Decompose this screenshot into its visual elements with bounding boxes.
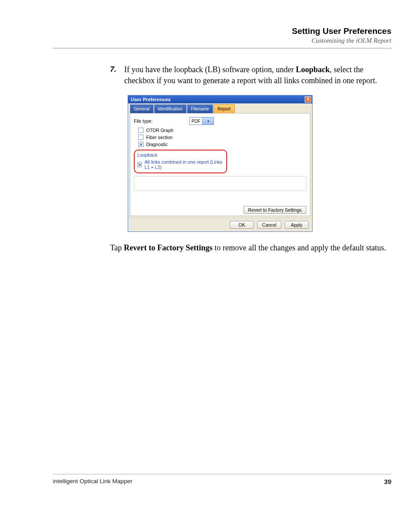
ok-button[interactable]: OK (230, 221, 254, 229)
checkbox-loopback-combined[interactable]: ✕ (137, 162, 142, 167)
revert-paragraph: Tap Revert to Factory Settings to remove… (110, 242, 391, 253)
step-number: 7. (110, 64, 116, 86)
tab-identification[interactable]: Identification (154, 104, 187, 113)
dialog-button-bar: OK Cancel Apply (128, 218, 312, 231)
dialog-title: User Preferences (131, 97, 171, 102)
checkbox-otdr-graph[interactable] (138, 128, 144, 133)
file-type-select[interactable]: PDF ▾ (189, 117, 214, 125)
dialog-titlebar: User Preferences X (128, 95, 312, 103)
file-type-label: File type: (134, 118, 187, 124)
checkbox-fiber-section[interactable] (138, 135, 144, 140)
cancel-button[interactable]: Cancel (257, 221, 281, 229)
para-after: to remove all the changes and apply the … (213, 243, 386, 252)
tab-general[interactable]: General (130, 104, 154, 113)
dialog-tabs: General Identification Filename Report (128, 103, 312, 113)
label-diagnostic: Diagnostic (146, 142, 168, 147)
label-fiber-section: Fiber section (146, 135, 173, 140)
page-footer: intelligent Optical Link Mapper 39 (53, 474, 391, 485)
step-bold-loopback: Loopback (296, 65, 330, 74)
label-otdr-graph: OTDR Graph (146, 128, 173, 133)
user-preferences-dialog: User Preferences X General Identificatio… (128, 95, 313, 232)
footer-page-number: 39 (384, 478, 391, 485)
file-type-value: PDF (190, 119, 202, 124)
page-header-subtitle: Customizing the iOLM Report (53, 37, 391, 44)
checkbox-diagnostic[interactable]: ✕ (138, 142, 144, 147)
loopback-group-highlight: Loopback ✕ All links combined in one rep… (134, 150, 227, 173)
revert-to-factory-button[interactable]: Revert to Factory Settings (243, 206, 306, 214)
tab-filename[interactable]: Filename (187, 104, 213, 113)
label-loopback-combined: All links combined in one report (Links … (144, 159, 224, 170)
panel-spacer (134, 176, 306, 191)
step-text: If you have the loopback (LB) software o… (124, 64, 391, 86)
footer-rule (53, 474, 391, 474)
page-header-title: Setting User Preferences (53, 26, 391, 36)
step-7: 7. If you have the loopback (LB) softwar… (110, 64, 391, 86)
header-rule (53, 48, 391, 48)
footer-product: intelligent Optical Link Mapper (53, 478, 133, 485)
close-icon[interactable]: X (305, 96, 311, 103)
loopback-group-title: Loopback (137, 152, 224, 158)
para-bold-revert: Revert to Factory Settings (124, 243, 212, 252)
apply-button[interactable]: Apply (285, 221, 309, 229)
step-text-before: If you have the loopback (LB) software o… (124, 65, 296, 74)
chevron-down-icon: ▾ (202, 117, 214, 125)
tab-report[interactable]: Report (214, 104, 235, 113)
para-before: Tap (110, 243, 124, 252)
report-panel: File type: PDF ▾ OTDR Graph Fiber sectio… (130, 113, 310, 216)
